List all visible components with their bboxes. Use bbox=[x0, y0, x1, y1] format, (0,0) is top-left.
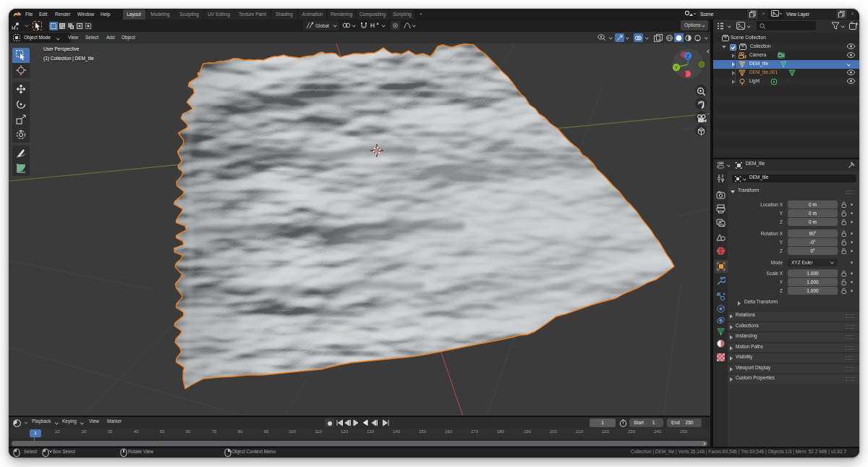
svg-text:Z: Z bbox=[686, 54, 689, 59]
svg-text:Y: Y bbox=[675, 65, 678, 70]
